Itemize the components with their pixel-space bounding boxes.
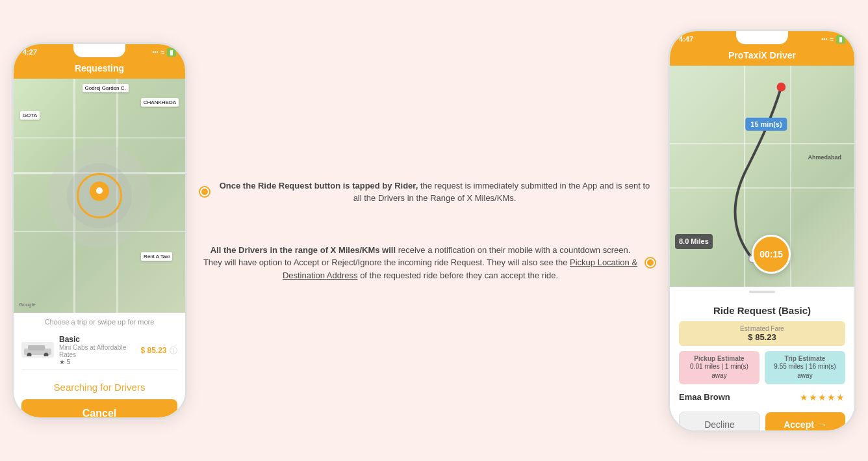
time-right: 4:47	[679, 35, 693, 43]
action-row: Decline Accept →	[679, 412, 845, 432]
rent-a-taxi-label: Rent A Taxi	[141, 252, 172, 261]
map-left: Godrej Garden C. CHANKHEDA GOTA	[14, 79, 185, 313]
driver-name: Emaa Brown	[679, 392, 730, 402]
ride-request-card: Ride Request (Basic) Estimated Fare $ 85…	[670, 297, 854, 432]
bottom-panel-left: Choose a trip or swipe up for more Basic…	[14, 313, 185, 419]
estimates-row: Pickup Estimate 0.01 miles | 1 min(s) aw…	[679, 351, 845, 384]
time-badge-map: 15 min(s)	[745, 118, 787, 131]
annotation-dot-upper	[200, 187, 209, 196]
searching-text: Searching for Drivers	[21, 370, 177, 399]
annotations: Once the Ride Request button is tapped b…	[187, 179, 668, 282]
wifi-icon-right: ≈	[830, 36, 834, 43]
google-label: Google	[19, 302, 36, 308]
annotation-lower: All the Drivers in the range of X Miles/…	[200, 244, 655, 282]
time-left: 4:27	[23, 48, 37, 56]
map-mock-left: Godrej Garden C. CHANKHEDA GOTA	[14, 79, 185, 313]
fare-value: $ 85.23	[685, 332, 839, 342]
cancel-button[interactable]: Cancel	[21, 399, 177, 419]
fare-label: Estimated Fare	[685, 325, 839, 332]
annotation-text-upper: Once the Ride Request button is tapped b…	[214, 179, 655, 205]
map-label-chankheda: CHANKHEDA	[141, 98, 179, 107]
trip-estimate: Trip Estimate 9.55 miles | 16 min(s) awa…	[765, 351, 845, 384]
decline-button[interactable]: Decline	[679, 412, 760, 432]
ride-price-basic: $ 85.23 ⓘ	[141, 344, 178, 356]
svg-rect-4	[28, 345, 45, 350]
map-right: 15 min(s) Ahmedabad 8.0 Miles 00:15	[670, 66, 854, 287]
annotation-upper: Once the Ride Request button is tapped b…	[200, 179, 655, 205]
distance-badge: 8.0 Miles	[675, 234, 713, 248]
app-header-left: Requesting	[14, 59, 185, 79]
pickup-estimate: Pickup Estimate 0.01 miles | 1 min(s) aw…	[679, 351, 760, 384]
city-label-right: Ahmedabad	[808, 154, 841, 161]
map-pin	[89, 181, 110, 205]
drag-handle	[670, 287, 854, 297]
battery-icon-left: ▮	[167, 48, 176, 57]
signal-right: ▪▪▪	[821, 36, 828, 42]
accept-button[interactable]: Accept →	[765, 412, 845, 432]
notch-right	[736, 31, 788, 44]
ride-option-basic[interactable]: Basic Mini Cabs at Affordable Rates ★ 5 …	[21, 331, 177, 370]
map-label-gota: GOTA	[20, 111, 40, 120]
ride-car-image	[21, 342, 54, 358]
map-label-godrej: Godrej Garden C.	[83, 84, 129, 92]
driver-row: Emaa Brown ★★★★★	[679, 389, 845, 405]
app-header-right: ProTaxiX Driver	[670, 46, 854, 66]
annotation-text-lower: All the Drivers in the range of X Miles/…	[200, 244, 641, 282]
card-title: Ride Request (Basic)	[679, 305, 845, 316]
notch-left	[73, 44, 125, 57]
annotation-dot-lower	[646, 258, 655, 267]
svg-point-2	[96, 187, 103, 194]
left-phone: 4:27 ► ▪▪▪ ≈ ▮ Requesting Godrej Garden …	[12, 42, 187, 419]
svg-point-7	[777, 83, 786, 92]
ride-info-basic: Basic Mini Cabs at Affordable Rates ★ 5	[59, 335, 136, 365]
map-mock-right: 15 min(s) Ahmedabad 8.0 Miles 00:15	[670, 66, 854, 287]
choose-trip-text: Choose a trip or swipe up for more	[21, 318, 177, 326]
right-phone: 4:47 ● ▪▪▪ ≈ ▮ ProTaxiX Driver	[668, 29, 856, 432]
timer-badge: 00:15	[752, 235, 791, 274]
signal-left: ▪▪▪	[152, 49, 159, 55]
fare-badge: Estimated Fare $ 85.23	[679, 321, 845, 346]
wifi-icon-left: ≈	[161, 49, 165, 56]
scene: 4:27 ► ▪▪▪ ≈ ▮ Requesting Godrej Garden …	[12, 10, 856, 452]
battery-icon-right: ▮	[836, 35, 845, 44]
driver-stars: ★★★★★	[800, 392, 845, 402]
